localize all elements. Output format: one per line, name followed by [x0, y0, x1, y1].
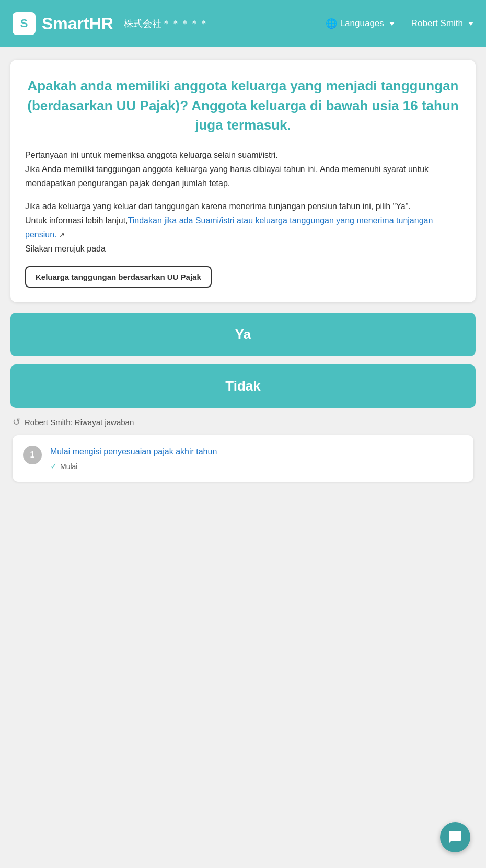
- no-button[interactable]: Tidak: [10, 364, 476, 408]
- history-icon: ↺: [13, 416, 20, 428]
- info-button[interactable]: Keluarga tanggungan berdasarkan UU Pajak: [25, 266, 212, 288]
- chat-icon: [448, 830, 462, 844]
- check-icon: ✓: [50, 461, 57, 471]
- globe-icon: [326, 18, 337, 29]
- company-name: 株式会社＊＊＊＊＊: [124, 17, 209, 30]
- body-paragraph-2: Jika ada keluarga yang keluar dari tangg…: [25, 199, 461, 256]
- info-button-label: Keluarga tanggungan berdasarkan UU Pajak: [36, 272, 201, 281]
- history-section: ↺ Robert Smith: Riwayat jawaban 1 Mulai …: [10, 416, 476, 482]
- main-content: Apakah anda memiliki anggota keluarga ya…: [0, 47, 486, 494]
- body-paragraph-1: Pertanyaan ini untuk memeriksa anggota k…: [25, 148, 461, 191]
- body-after-link: Silakan merujuk pada: [25, 244, 106, 253]
- yes-button[interactable]: Ya: [10, 313, 476, 356]
- step-number: 1: [23, 446, 42, 464]
- languages-button[interactable]: Languages: [326, 18, 395, 29]
- app-name: SmartHR: [42, 14, 113, 33]
- history-item-status: ✓ Mulai: [50, 461, 463, 471]
- history-item-link[interactable]: Mulai mengisi penyesuaian pajak akhir ta…: [50, 446, 463, 458]
- app-header: S SmartHR 株式会社＊＊＊＊＊ Languages Robert Smi…: [0, 0, 486, 47]
- history-header: ↺ Robert Smith: Riwayat jawaban: [13, 416, 473, 428]
- question-card: Apakah anda memiliki anggota keluarga ya…: [10, 60, 476, 302]
- logo-letter: S: [20, 17, 28, 30]
- history-item-content: Mulai mengisi penyesuaian pajak akhir ta…: [50, 446, 463, 471]
- question-title: Apakah anda memiliki anggota keluarga ya…: [25, 76, 461, 135]
- step-label: 1: [30, 450, 35, 460]
- history-header-text: Robert Smith: Riwayat jawaban: [25, 418, 134, 427]
- logo-icon: S: [13, 12, 36, 35]
- languages-label: Languages: [340, 18, 384, 29]
- external-link-icon: ↗: [59, 230, 65, 241]
- status-text: Mulai: [60, 462, 77, 471]
- pension-link[interactable]: Tindakan jika ada Suami/istri atau kelua…: [25, 216, 433, 239]
- history-card: 1 Mulai mengisi penyesuaian pajak akhir …: [13, 435, 473, 482]
- chevron-down-icon: [468, 22, 473, 26]
- header-right: Languages Robert Smith: [326, 18, 473, 29]
- user-menu-button[interactable]: Robert Smith: [411, 18, 473, 29]
- chat-button[interactable]: [440, 822, 470, 852]
- chevron-down-icon: [389, 22, 395, 26]
- user-name: Robert Smith: [411, 18, 463, 29]
- logo-area: S SmartHR 株式会社＊＊＊＊＊: [13, 12, 209, 35]
- card-body: Pertanyaan ini untuk memeriksa anggota k…: [25, 148, 461, 288]
